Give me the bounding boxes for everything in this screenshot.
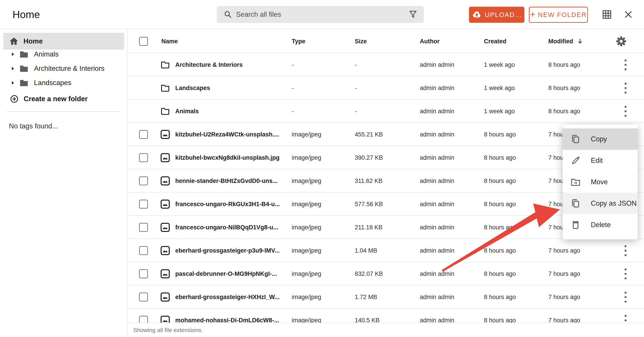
row-name[interactable]: hennie-stander-BtHtZsGvdD0-uns... (175, 169, 278, 193)
copy-icon (570, 134, 581, 144)
row-size: 832.07 KB (355, 262, 383, 285)
row-checkbox[interactable] (139, 246, 148, 255)
row-name[interactable]: Landscapes (175, 76, 210, 100)
row-menu-button[interactable] (619, 285, 632, 309)
sidebar-item-architecture-interiors[interactable]: Architecture & Interiors (0, 61, 128, 76)
table-row[interactable]: Animals - - admin admin 1 week ago 8 hou… (128, 100, 644, 123)
row-type: image/jpeg (292, 146, 321, 169)
kebab-icon (624, 83, 626, 94)
row-menu-button[interactable] (619, 53, 632, 76)
row-author: admin admin (420, 216, 454, 239)
sidebar-divider (7, 111, 121, 112)
search-bar[interactable] (217, 6, 424, 23)
sidebar-item-landscapes[interactable]: Landscapes (0, 76, 128, 90)
row-name[interactable]: Animals (175, 100, 199, 123)
table-row[interactable]: Architecture & Interiors - - admin admin… (128, 53, 644, 76)
menu-item-copy[interactable]: Copy (563, 128, 638, 150)
row-checkbox[interactable] (139, 200, 148, 209)
row-menu-button[interactable] (619, 100, 632, 123)
row-name[interactable]: francesco-ungaro-RkGUx3H1-B4-u... (175, 193, 280, 216)
row-created: 8 hours ago (484, 146, 516, 169)
row-size: 390.27 KB (355, 146, 383, 169)
row-name[interactable]: francesco-ungaro-NilBQqD1Vg8-u... (175, 216, 278, 239)
row-created: 8 hours ago (484, 239, 516, 262)
row-author: admin admin (420, 100, 454, 123)
menu-item-move[interactable]: Move (563, 171, 638, 193)
menu-item-copy-as-json[interactable]: Copy as JSON (563, 193, 638, 214)
row-size: 211.18 KB (355, 216, 382, 239)
table-row[interactable]: pascal-debrunner-O-MG9HpNKgI-... image/j… (128, 262, 644, 285)
kebab-icon (624, 292, 626, 303)
row-author: admin admin (420, 169, 454, 193)
copy-icon (570, 198, 581, 209)
column-header-created[interactable]: Created (484, 29, 506, 53)
row-modified: 7 hours ago (548, 262, 580, 285)
row-type: image/jpeg (292, 216, 321, 239)
menu-item-edit[interactable]: Edit (563, 150, 638, 171)
column-header-type[interactable]: Type (292, 29, 305, 53)
row-menu-button[interactable] (619, 262, 632, 285)
column-header-modified[interactable]: Modified (548, 29, 584, 53)
select-all-checkbox[interactable] (139, 37, 148, 46)
close-icon[interactable] (623, 9, 634, 20)
sidebar-item-animals[interactable]: Animals (0, 47, 128, 61)
row-modified: 8 hours ago (548, 53, 580, 76)
sidebar-home-label: Home (24, 37, 43, 45)
upload-button-label: UPLOAD... (485, 11, 522, 18)
table-row[interactable]: eberhard-grossgasteiger-p3u9-lMV... imag… (128, 239, 644, 262)
folder-icon (160, 83, 170, 93)
column-header-author[interactable]: Author (420, 29, 440, 53)
row-type: image/jpeg (292, 193, 321, 216)
no-tags-message: No tags found... (9, 122, 58, 130)
row-name[interactable]: kitzbuhel-U2Reza4WCtk-unsplash.... (175, 123, 279, 146)
kebab-icon (624, 245, 626, 256)
chevron-right-icon[interactable] (11, 66, 15, 71)
row-size: 1.04 MB (355, 239, 377, 262)
table-row[interactable]: eberhard-grossgasteiger-HXHzI_W... image… (128, 285, 644, 309)
row-checkbox[interactable] (139, 176, 148, 185)
circle-plus-icon (10, 94, 19, 104)
row-modified: 7 hours ago (548, 239, 580, 262)
chevron-right-icon[interactable] (11, 52, 15, 56)
upload-button[interactable]: UPLOAD... (469, 7, 524, 23)
image-icon (160, 176, 170, 186)
create-new-folder-button[interactable]: Create a new folder (0, 92, 128, 106)
table-row[interactable]: Landscapes - - admin admin 1 week ago 8 … (128, 76, 644, 100)
row-name[interactable]: eberhard-grossgasteiger-HXHzI_W... (175, 285, 280, 309)
column-header-name[interactable]: Name (162, 29, 178, 53)
row-name[interactable]: Architecture & Interiors (175, 53, 243, 76)
row-name[interactable]: eberhard-grossgasteiger-p3u9-lMV... (175, 239, 280, 262)
new-folder-button-label: NEW FOLDER (538, 11, 587, 18)
row-menu-button[interactable] (619, 239, 632, 262)
search-input[interactable] (236, 10, 408, 18)
row-name[interactable]: pascal-debrunner-O-MG9HpNKgI-... (175, 262, 277, 285)
plus-icon: + (530, 9, 535, 19)
new-folder-button[interactable]: + NEW FOLDER (529, 7, 588, 23)
grid-view-icon[interactable] (602, 9, 612, 20)
row-type: - (292, 53, 294, 76)
create-new-folder-label: Create a new folder (24, 95, 88, 103)
row-type: image/jpeg (292, 262, 321, 285)
column-settings-button[interactable] (616, 29, 627, 53)
menu-item-label: Edit (591, 157, 603, 165)
row-created: 8 hours ago (484, 169, 516, 193)
row-type: - (292, 76, 294, 100)
row-author: admin admin (420, 146, 454, 169)
row-checkbox[interactable] (139, 223, 148, 232)
row-menu-button[interactable] (619, 76, 632, 100)
kebab-icon (624, 269, 626, 279)
sort-descending-icon (577, 38, 584, 45)
chevron-right-icon[interactable] (11, 81, 15, 85)
image-icon (160, 129, 170, 140)
row-created: 8 hours ago (484, 216, 516, 239)
row-checkbox[interactable] (139, 130, 148, 139)
filter-icon[interactable] (408, 9, 418, 19)
row-checkbox[interactable] (139, 293, 148, 302)
row-checkbox[interactable] (139, 269, 148, 278)
column-header-size[interactable]: Size (355, 29, 367, 53)
menu-item-delete[interactable]: Delete (563, 214, 638, 236)
image-icon (160, 245, 170, 256)
row-checkbox[interactable] (139, 153, 148, 162)
row-type: image/jpeg (292, 123, 321, 146)
row-name[interactable]: kitzbuhel-bwcxNg8dkiI-unsplash.jpg (175, 146, 280, 169)
